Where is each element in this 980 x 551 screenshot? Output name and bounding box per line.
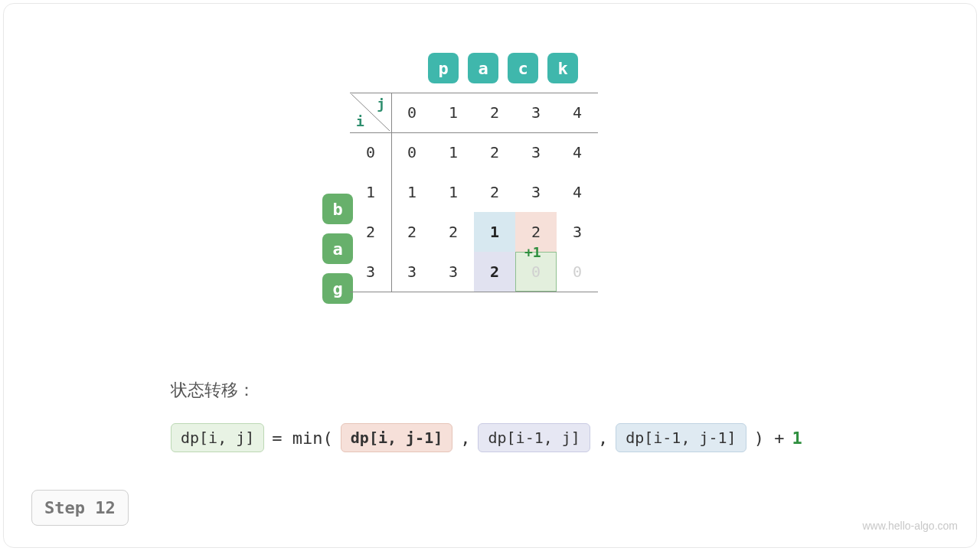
watermark: www.hello-algo.com xyxy=(863,520,959,532)
letter-badge: b xyxy=(322,194,353,224)
formula-term-c: dp[i-1, j-1] xyxy=(616,423,746,452)
letter-badge: a xyxy=(322,233,353,264)
dp-cell: 2 xyxy=(474,172,515,212)
formula-text: ) + xyxy=(754,429,785,448)
row-header: 1 xyxy=(350,172,391,212)
dp-cell: 3 xyxy=(557,212,598,252)
dp-cell: 4 xyxy=(557,132,598,172)
row-header: 3 xyxy=(350,252,391,292)
col-header: 1 xyxy=(433,93,474,132)
dp-cell: 4 xyxy=(557,172,598,212)
dp-table: j i 0 1 2 3 4 0 0 1 2 3 4 1 1 1 2 3 4 2 … xyxy=(350,93,598,292)
axis-i-label: i xyxy=(356,113,364,129)
dp-cell: 1 xyxy=(474,212,515,252)
formula-plus-one: 1 xyxy=(792,429,802,448)
col-header: 3 xyxy=(515,93,557,132)
dp-cell: 2 xyxy=(515,212,557,252)
row-header: 2 xyxy=(350,212,391,252)
dp-cell: 0 xyxy=(515,252,557,292)
formula-block: 状态转移： dp[i, j] = min( dp[i, j-1] , dp[i-… xyxy=(171,379,802,452)
dp-cell: 0 xyxy=(391,132,433,172)
dp-cell: 3 xyxy=(515,132,557,172)
letter-badge: g xyxy=(322,273,353,304)
formula: dp[i, j] = min( dp[i, j-1] , dp[i-1, j] … xyxy=(171,423,802,452)
dp-cell: 1 xyxy=(391,172,433,212)
axis-j-label: j xyxy=(377,96,385,112)
table-rule xyxy=(350,292,598,292)
row-header: 0 xyxy=(350,132,391,172)
axis-corner: j i xyxy=(350,93,391,132)
source-word: b a g xyxy=(322,194,353,304)
col-header: 2 xyxy=(474,93,515,132)
formula-text: , xyxy=(460,429,470,448)
dp-cell: 0 xyxy=(557,252,598,292)
dp-cell: 1 xyxy=(433,172,474,212)
dp-cell: 3 xyxy=(433,252,474,292)
col-header: 4 xyxy=(557,93,598,132)
table-rule xyxy=(350,132,598,133)
formula-lhs: dp[i, j] xyxy=(171,423,264,452)
col-header: 0 xyxy=(391,93,433,132)
dp-cell: 2 xyxy=(391,212,433,252)
dp-cell: 3 xyxy=(391,252,433,292)
target-word: p a c k xyxy=(428,53,578,83)
dp-cell: 1 xyxy=(433,132,474,172)
letter-badge: k xyxy=(547,53,578,83)
dp-cell: 2 xyxy=(474,132,515,172)
letter-badge: c xyxy=(508,53,538,83)
dp-cell: 3 xyxy=(515,172,557,212)
table-rule xyxy=(350,93,598,93)
table-rule xyxy=(391,93,392,292)
formula-title: 状态转移： xyxy=(171,379,802,402)
letter-badge: p xyxy=(428,53,459,83)
step-badge: Step 12 xyxy=(31,490,129,526)
dp-cell: 2 xyxy=(433,212,474,252)
dp-cell: 2 xyxy=(474,252,515,292)
letter-badge: a xyxy=(468,53,498,83)
formula-text: = min( xyxy=(272,429,332,448)
formula-text: , xyxy=(598,429,608,448)
formula-term-a: dp[i, j-1] xyxy=(341,423,452,452)
formula-term-b: dp[i-1, j] xyxy=(478,423,590,452)
